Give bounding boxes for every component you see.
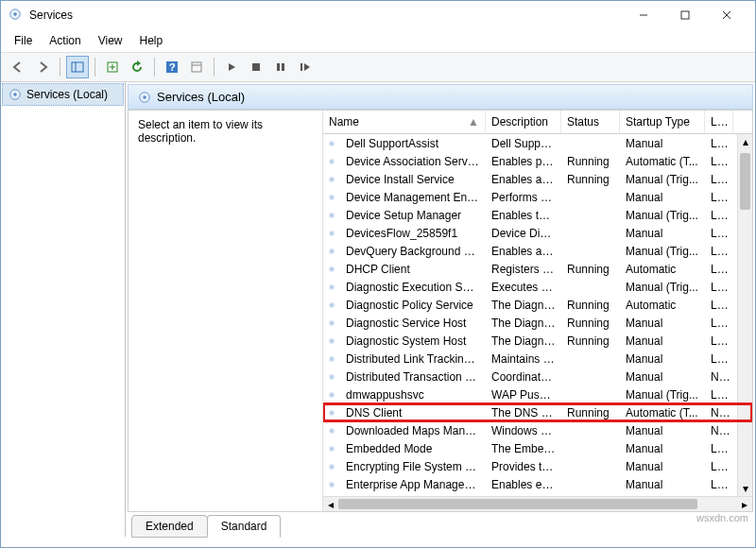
- service-row[interactable]: Device Association ServiceEnables pair..…: [323, 152, 752, 170]
- app-icon: [9, 8, 24, 23]
- service-row[interactable]: Device Install ServiceEnables a c...Runn…: [323, 170, 752, 188]
- cell-description: WAP Push ...: [486, 387, 561, 402]
- cell-logon: Loc: [705, 208, 733, 223]
- cell-startup: Automatic (T...: [620, 154, 705, 169]
- service-row[interactable]: Device Management Enroll...Performs D...…: [323, 188, 752, 206]
- restart-service-button[interactable]: [294, 56, 317, 78]
- column-startup[interactable]: Startup Type: [620, 111, 705, 133]
- service-row[interactable]: DevQuery Background Disc...Enables app..…: [323, 242, 752, 260]
- service-row[interactable]: Enterprise App Managemen...Enables ent..…: [323, 475, 752, 493]
- menu-help[interactable]: Help: [132, 31, 171, 50]
- svg-point-38: [331, 268, 333, 270]
- service-row[interactable]: Downloaded Maps ManagerWindows se...Manu…: [323, 421, 752, 439]
- service-row[interactable]: DevicesFlow_25859f1Device Disc...ManualL…: [323, 224, 752, 242]
- service-row[interactable]: Diagnostic Execution ServiceExecutes dia…: [323, 278, 752, 296]
- menu-file[interactable]: File: [7, 31, 40, 50]
- minimize-button[interactable]: [623, 2, 664, 28]
- scroll-right-icon[interactable]: ▸: [737, 497, 752, 511]
- help-button[interactable]: ?: [161, 56, 183, 78]
- scroll-thumb[interactable]: [740, 153, 750, 210]
- cell-logon: Loc: [705, 387, 733, 402]
- cell-logon: Loc: [705, 351, 733, 367]
- service-row[interactable]: Device Setup ManagerEnables the ...Manua…: [323, 206, 752, 224]
- cell-description: Enables app...: [486, 244, 561, 259]
- service-row[interactable]: Dell SupportAssistDell Suppor...ManualLo…: [323, 134, 752, 152]
- service-row[interactable]: Embedded ModeThe Embed...ManualLoc: [323, 439, 752, 457]
- gear-icon: [323, 459, 340, 474]
- tab-standard[interactable]: Standard: [207, 515, 282, 538]
- pause-service-button[interactable]: [269, 56, 292, 78]
- cell-name: Device Association Service: [340, 154, 486, 169]
- tree-node-services-local[interactable]: Services (Local): [2, 83, 124, 106]
- cell-name: Diagnostic Policy Service: [340, 298, 486, 313]
- cell-status: Running: [561, 316, 620, 331]
- scroll-left-icon[interactable]: ◂: [323, 497, 338, 511]
- cell-name: DevQuery Background Disc...: [340, 244, 486, 259]
- cell-logon: Loc: [705, 154, 733, 169]
- svg-point-22: [143, 95, 146, 99]
- service-row[interactable]: Encrypting File System (EFS)Provides th.…: [323, 457, 752, 475]
- toolbar: ?: [1, 53, 755, 82]
- service-row[interactable]: Distributed Link Tracking Cl...Maintains…: [323, 350, 752, 368]
- cell-startup: Manual (Trig...: [620, 244, 705, 259]
- service-row[interactable]: Diagnostic System HostThe Diagno...Runni…: [323, 332, 752, 350]
- service-row[interactable]: dmwappushsvcWAP Push ...Manual (Trig...L…: [323, 385, 752, 403]
- gear-icon: [323, 369, 340, 385]
- gear-icon: [323, 172, 340, 187]
- gear-icon: [323, 136, 340, 151]
- cell-logon: Loc: [705, 280, 733, 295]
- gear-icon: [323, 208, 340, 223]
- vertical-scrollbar[interactable]: ▴ ▾: [737, 134, 752, 496]
- svg-point-52: [331, 394, 333, 396]
- cell-startup: Automatic (T...: [620, 405, 705, 420]
- svg-rect-17: [301, 63, 302, 71]
- gear-icon: [323, 351, 340, 367]
- properties-button[interactable]: [185, 56, 208, 78]
- service-row[interactable]: Distributed Transaction Co...Coordinates…: [323, 368, 752, 385]
- scroll-up-icon[interactable]: ▴: [738, 134, 752, 149]
- nav-forward-button[interactable]: [31, 56, 54, 78]
- column-logon[interactable]: Log: [705, 111, 733, 133]
- tab-extended[interactable]: Extended: [131, 515, 208, 538]
- scroll-thumb[interactable]: [338, 499, 697, 509]
- horizontal-scrollbar[interactable]: ◂ ▸: [323, 496, 752, 511]
- cell-logon: Loc: [705, 244, 733, 259]
- start-service-button[interactable]: [220, 56, 243, 78]
- cell-description: Device Disc...: [486, 226, 561, 241]
- column-name[interactable]: Name ▲: [323, 111, 486, 133]
- refresh-button[interactable]: [126, 56, 148, 78]
- maximize-button[interactable]: [664, 2, 706, 28]
- cell-description: Performs D...: [486, 190, 561, 205]
- gear-icon: [323, 244, 340, 259]
- gear-icon: [323, 190, 340, 205]
- cell-startup: Manual (Trig...: [620, 208, 705, 223]
- scroll-down-icon[interactable]: ▾: [738, 481, 752, 496]
- export-list-button[interactable]: [101, 56, 124, 78]
- menu-view[interactable]: View: [91, 31, 130, 50]
- column-description[interactable]: Description: [486, 111, 561, 133]
- svg-point-50: [331, 376, 333, 378]
- content-area: Services (Local) Services (Local) Select…: [1, 82, 755, 537]
- cell-logon: Loc: [705, 298, 733, 313]
- cell-description: Coordinates...: [486, 369, 561, 385]
- service-row[interactable]: Diagnostic Service HostThe Diagno...Runn…: [323, 314, 752, 332]
- column-status[interactable]: Status: [561, 111, 620, 133]
- cell-description: Registers an...: [486, 262, 561, 277]
- cell-status: Running: [561, 298, 620, 313]
- cell-description: Executes dia...: [486, 280, 561, 295]
- stop-service-button[interactable]: [245, 56, 267, 78]
- service-row[interactable]: DNS ClientThe DNS Cli...RunningAutomatic…: [323, 403, 752, 421]
- service-row[interactable]: Diagnostic Policy ServiceThe Diagno...Ru…: [323, 296, 752, 314]
- cell-logon: Loc: [705, 172, 733, 187]
- cell-startup: Automatic: [620, 262, 705, 277]
- gear-icon: [323, 441, 340, 456]
- cell-startup: Manual: [620, 441, 705, 456]
- menu-action[interactable]: Action: [42, 31, 88, 50]
- service-row[interactable]: DHCP ClientRegisters an...RunningAutomat…: [323, 260, 752, 278]
- gear-icon: [323, 154, 340, 169]
- show-hide-tree-button[interactable]: [66, 56, 89, 78]
- close-button[interactable]: [706, 2, 747, 28]
- column-headers[interactable]: Name ▲ Description Status Startup Type L…: [323, 111, 752, 134]
- nav-back-button[interactable]: [7, 56, 29, 78]
- gear-icon: [323, 423, 340, 438]
